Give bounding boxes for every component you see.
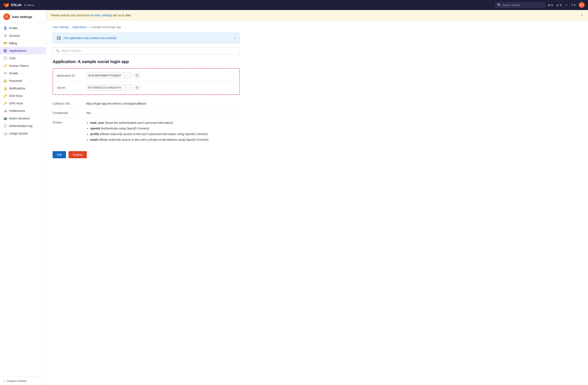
- app-id-value-container: 9cdfa0cb99b47752b8ef: [86, 72, 140, 79]
- sidebar-item-label: SSH Keys: [9, 94, 22, 98]
- svg-rect-2: [4, 51, 5, 52]
- credentials-box: Application ID 9cdfa0cb99b47752b8ef Secr…: [53, 68, 240, 95]
- success-alert: ℹ️ The application was created successfu…: [53, 33, 240, 43]
- confidential-value: Yes: [86, 111, 91, 115]
- scope-openid: openid (Authenticate using OpenID Connec…: [90, 126, 208, 131]
- collapse-label: Collapse sidebar: [6, 379, 27, 383]
- global-search[interactable]: 🔍: [495, 2, 545, 8]
- billing-icon: 💳: [3, 41, 7, 45]
- sidebar-item-label: Applications: [9, 49, 27, 52]
- applications-icon: [3, 49, 7, 53]
- sidebar-item-preferences[interactable]: 🖥 Preferences: [0, 107, 46, 115]
- collapse-icon: «: [3, 379, 5, 383]
- recovery-settings-banner: Please ensure your account's recovery se…: [46, 10, 588, 21]
- main-content: Please ensure your account's recovery se…: [46, 10, 588, 385]
- sidebar-item-applications[interactable]: Applications: [0, 47, 46, 55]
- collapse-sidebar-button[interactable]: « Collapse sidebar: [0, 377, 46, 385]
- svg-rect-4: [136, 75, 138, 77]
- page-content: User Settings › Applications › A sample …: [46, 21, 246, 163]
- copy-app-id-button[interactable]: [134, 73, 140, 78]
- brand-name: GitLab: [11, 3, 21, 7]
- sidebar-item-label: Profile: [9, 26, 18, 30]
- search-settings-input[interactable]: [61, 49, 237, 52]
- scopes-label: Scopes: [53, 121, 86, 124]
- app-id-label: Application ID: [57, 74, 86, 77]
- sidebar-item-account[interactable]: ⚙ Account: [0, 32, 46, 40]
- access-tokens-icon: 🔑: [3, 64, 7, 68]
- scopes-row: Scopes read_user (Read the authenticated…: [53, 118, 240, 146]
- recovery-settings-link[interactable]: recovery settings: [90, 14, 112, 17]
- breadcrumb-current: A sample social login app: [90, 25, 121, 29]
- banner-close-button[interactable]: ×: [581, 13, 583, 17]
- scopes-list: read_user (Read the authenticated user's…: [86, 121, 208, 143]
- svg-rect-0: [4, 49, 5, 50]
- sidebar-item-emails[interactable]: ✉ Emails: [0, 69, 46, 77]
- sidebar-item-label: Active Sessions: [9, 117, 30, 120]
- sidebar-item-label: Emails: [9, 72, 18, 75]
- edit-button[interactable]: Edit: [53, 151, 66, 158]
- active-sessions-icon: 📺: [3, 116, 7, 120]
- confidential-label: Confidential: [53, 111, 86, 115]
- app-id-value: 9cdfa0cb99b47752b8ef: [86, 72, 132, 79]
- callback-url-row: Callback URL https://login-app.ets-demos…: [53, 99, 240, 108]
- secret-label: Secret: [57, 86, 86, 89]
- sidebar-item-ssh-keys[interactable]: 🔑 SSH Keys: [0, 92, 46, 100]
- top-navbar: GitLab ☰ Menu 🔍 ⊕ ▾ ⇄ ▾ ✓ ? ▾ U ▾: [0, 0, 588, 10]
- sidebar-item-label: Access Tokens: [9, 64, 29, 67]
- sidebar-item-password[interactable]: 🔐 Password: [0, 77, 46, 85]
- emails-icon: ✉: [3, 71, 7, 75]
- search-settings-container: 🔍: [53, 47, 240, 54]
- sidebar-title: User Settings: [12, 15, 32, 19]
- sidebar-item-notifications[interactable]: 🔔 Notifications: [0, 85, 46, 92]
- sidebar-nav: 👤 Profile ⚙ Account 💳 Billing Applicatio…: [0, 23, 46, 377]
- sidebar-item-label: Authentication log: [9, 124, 32, 128]
- callback-url-value: https://login-app.ets-demos.com/apps/cal…: [86, 102, 146, 105]
- destroy-button[interactable]: Destroy: [68, 151, 87, 158]
- sidebar-item-label: Notifications: [9, 87, 25, 90]
- hamburger-menu[interactable]: ☰ Menu: [24, 3, 34, 7]
- breadcrumb-user-settings[interactable]: User Settings: [53, 25, 69, 29]
- sidebar-item-chat[interactable]: 💬 Chat: [0, 55, 46, 62]
- sidebar-item-label: GPG Keys: [9, 102, 23, 105]
- success-icon: ℹ️: [57, 36, 61, 40]
- sidebar-item-auth-log[interactable]: 📋 Authentication log: [0, 122, 46, 130]
- sidebar-item-active-sessions[interactable]: 📺 Active Sessions: [0, 115, 46, 122]
- sidebar-item-access-tokens[interactable]: 🔑 Access Tokens: [0, 62, 46, 69]
- sidebar-item-gpg-keys[interactable]: 🔑 GPG Keys: [0, 100, 46, 107]
- profile-icon: 👤: [3, 26, 7, 30]
- copy-secret-button[interactable]: [134, 85, 140, 90]
- user-avatar[interactable]: U ▾: [579, 2, 585, 8]
- create-new-icon[interactable]: ⊕ ▾: [548, 3, 553, 7]
- sidebar-item-label: Billing: [9, 42, 17, 45]
- breadcrumb: User Settings › Applications › A sample …: [53, 25, 240, 29]
- banner-text: Please ensure your account's recovery se…: [51, 14, 132, 17]
- app-page-title: Application: A sample social login app: [53, 59, 240, 64]
- alert-close-button[interactable]: ×: [234, 36, 236, 40]
- usage-quotas-icon: 📊: [3, 131, 7, 135]
- gitlab-logo[interactable]: GitLab: [3, 2, 21, 8]
- app-layout: U User Settings 👤 Profile ⚙ Account 💳 Bi…: [0, 10, 588, 385]
- notifications-icon: 🔔: [3, 86, 7, 90]
- sidebar-item-usage-quotas[interactable]: 📊 Usage Quotas: [0, 130, 46, 137]
- account-icon: ⚙: [3, 34, 7, 38]
- scope-email: email (Allows read-only access to the us…: [90, 138, 208, 142]
- search-input[interactable]: [503, 3, 540, 7]
- action-buttons: Edit Destroy: [53, 151, 240, 158]
- svg-rect-3: [5, 51, 7, 52]
- breadcrumb-sep-1: ›: [70, 25, 71, 29]
- breadcrumb-applications[interactable]: Applications: [72, 25, 87, 29]
- sidebar-item-label: Chat: [9, 57, 16, 60]
- ssh-keys-icon: 🔑: [3, 94, 7, 98]
- sidebar-item-billing[interactable]: 💳 Billing: [0, 40, 46, 47]
- todo-icon[interactable]: ✓: [565, 3, 568, 7]
- sidebar-item-label: Usage Quotas: [9, 132, 28, 135]
- help-icon[interactable]: ? ▾: [571, 3, 575, 7]
- sidebar-item-label: Account: [9, 34, 20, 37]
- scope-read-user: read_user (Read the authenticated user's…: [90, 121, 208, 125]
- callback-url-label: Callback URL: [53, 102, 86, 105]
- app-id-row: Application ID 9cdfa0cb99b47752b8ef: [53, 69, 239, 82]
- sidebar-item-label: Password: [9, 79, 22, 83]
- merge-requests-icon[interactable]: ⇄ ▾: [556, 3, 562, 7]
- confidential-row: Confidential Yes: [53, 108, 240, 118]
- sidebar-item-profile[interactable]: 👤 Profile: [0, 24, 46, 32]
